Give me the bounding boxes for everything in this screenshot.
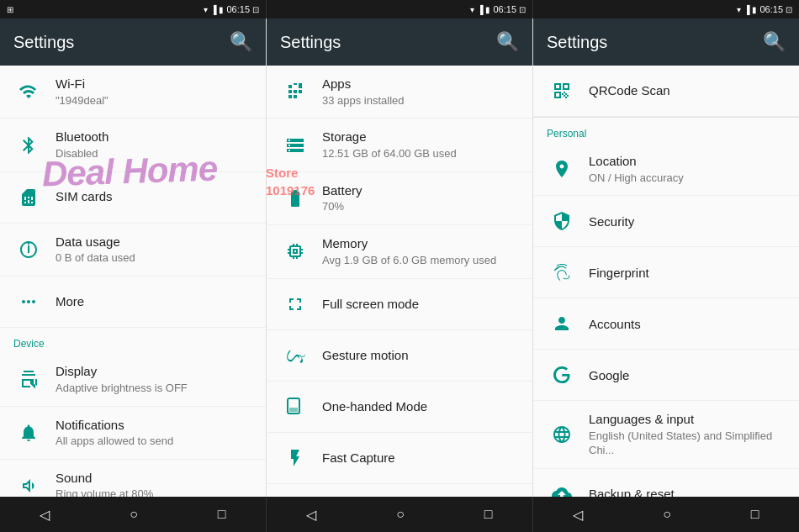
signal-icon-3: ▐: [743, 5, 749, 14]
back-button-3[interactable]: ◁: [559, 500, 596, 529]
accounts-icon: [547, 308, 577, 339]
wifi-status-icon-2: ▾: [470, 5, 474, 14]
back-button-1[interactable]: ◁: [26, 500, 63, 529]
home-button-3[interactable]: ○: [649, 500, 685, 529]
sound-text: Sound Ring volume at 80%: [56, 470, 252, 497]
fastcapture-icon: [280, 443, 310, 473]
panel-3: Settings 🔍 QRCode Scan Personal: [533, 18, 799, 497]
simcards-text: SIM cards: [56, 188, 252, 207]
storage-item[interactable]: Storage 12.51 GB of 64.00 GB used: [267, 119, 532, 171]
back-button-2[interactable]: ◁: [293, 500, 330, 529]
wifi-title: Wi-Fi: [56, 76, 252, 92]
onehanded-item[interactable]: One-handed Mode: [267, 382, 532, 433]
location-text: Location ON / High accuracy: [589, 153, 786, 185]
accounts-title: Accounts: [589, 316, 786, 333]
accounts-text: Accounts: [589, 316, 786, 333]
nav-bar-1: ◁ ○ □: [0, 497, 267, 532]
security-text: Security: [589, 213, 786, 230]
home-button-1[interactable]: ○: [116, 500, 151, 529]
nav-bar-3: ◁ ○ □: [533, 497, 799, 532]
recents-button-2[interactable]: □: [471, 500, 506, 529]
fullscreen-item[interactable]: Full screen mode: [267, 279, 532, 330]
recents-button-1[interactable]: □: [204, 500, 240, 529]
home-button-2[interactable]: ○: [383, 500, 418, 529]
storage-subtitle: 12.51 GB of 64.00 GB used: [322, 147, 519, 161]
datausage-text: Data usage 0 B of data used: [56, 234, 252, 266]
wifi-text: Wi-Fi "1949deal": [56, 76, 252, 108]
gesture-text: Gesture motion: [322, 347, 519, 364]
simcards-title: SIM cards: [56, 188, 252, 205]
notifications-icon: [13, 418, 44, 448]
google-text: Google: [589, 367, 786, 384]
google-item[interactable]: Google: [533, 350, 799, 401]
panel-1: Settings 🔍 Wi-Fi "1949deal": [0, 18, 267, 497]
datausage-subtitle: 0 B of data used: [56, 251, 252, 266]
wifi-subtitle: "1949deal": [56, 94, 252, 108]
battery-icon-1: ▮: [219, 5, 224, 14]
signal-icon-2: ▐: [477, 5, 483, 14]
languages-item[interactable]: Languages & input English (United States…: [533, 401, 799, 468]
wifi-icon: [13, 76, 44, 107]
status-bars: ⊞ ▾ ▐ ▮ 06:15 ⊡ ▾ ▐ ▮ 06:15 ⊡ ▾: [0, 0, 799, 18]
sound-subtitle: Ring volume at 80%: [56, 487, 252, 497]
bluetooth-text: Bluetooth Disabled: [56, 129, 252, 161]
more-icon: [13, 287, 44, 317]
sound-icon: [13, 471, 44, 497]
battery-icon-3: ▮: [752, 5, 757, 14]
display-icon: [13, 364, 44, 394]
qrcode-item[interactable]: QRCode Scan: [533, 66, 799, 117]
display-item[interactable]: Display Adaptive brightness is OFF: [0, 353, 266, 406]
search-icon-2[interactable]: 🔍: [496, 31, 519, 53]
data-icon: [13, 234, 44, 265]
fingerprint-item[interactable]: Fingerprint: [533, 247, 799, 298]
apps-icon: [280, 76, 310, 107]
notifications-subtitle: All apps allowed to send: [56, 435, 252, 449]
more-item[interactable]: More: [0, 277, 266, 328]
memory-subtitle: Avg 1.9 GB of 6.0 GB memory used: [322, 254, 519, 268]
status-bar-1: ⊞ ▾ ▐ ▮ 06:15 ⊡: [0, 0, 267, 18]
languages-text: Languages & input English (United States…: [589, 411, 786, 457]
bluetooth-title: Bluetooth: [56, 129, 252, 145]
battery-title: Battery: [322, 182, 519, 199]
bluetooth-item[interactable]: Bluetooth Disabled: [0, 119, 266, 171]
apps-item[interactable]: Apps 33 apps installed: [267, 66, 532, 119]
battery-icon: [280, 183, 310, 213]
onehanded-text: One-handed Mode: [322, 398, 519, 415]
search-icon-3[interactable]: 🔍: [763, 31, 786, 53]
memory-item[interactable]: Memory Avg 1.9 GB of 6.0 GB memory used: [267, 225, 532, 278]
fingerprint-title: Fingerprint: [589, 265, 786, 282]
fastcapture-item[interactable]: Fast Capture: [267, 433, 532, 484]
accounts-item[interactable]: Accounts: [533, 298, 799, 350]
security-item[interactable]: Security: [533, 196, 799, 247]
location-item[interactable]: Location ON / High accuracy: [533, 143, 799, 196]
google-title: Google: [589, 367, 786, 384]
settings-list-2: Apps 33 apps installed Storage 12.51 GB …: [267, 66, 532, 497]
memory-title: Memory: [322, 235, 519, 252]
backup-item[interactable]: Backup & reset: [533, 469, 799, 497]
notifications-title: Notifications: [56, 417, 252, 434]
onehanded-icon: [280, 392, 310, 422]
security-title: Security: [589, 213, 786, 230]
toolbar-3: Settings 🔍: [533, 18, 799, 66]
device-section-header: Device: [0, 328, 266, 353]
search-icon-1[interactable]: 🔍: [230, 31, 252, 53]
gesture-item[interactable]: Gesture motion: [267, 330, 532, 382]
apps-text: Apps 33 apps installed: [322, 76, 519, 108]
signal-icon-1: ▐: [210, 5, 216, 14]
datausage-item[interactable]: Data usage 0 B of data used: [0, 224, 266, 277]
simcards-item[interactable]: SIM cards: [0, 172, 266, 224]
fullscreen-title: Full screen mode: [322, 296, 519, 313]
panel-3-title: Settings: [547, 33, 607, 52]
fingerprint-icon: [547, 257, 577, 287]
status-time-1: 06:15: [226, 4, 250, 14]
battery-item[interactable]: Battery 70%: [267, 172, 532, 225]
fullscreen-icon: [280, 289, 310, 319]
settings-list-1: Wi-Fi "1949deal" Bluetooth Disabled: [0, 66, 266, 497]
wifi-item[interactable]: Wi-Fi "1949deal": [0, 66, 266, 119]
recents-button-3[interactable]: □: [738, 500, 773, 529]
sound-item[interactable]: Sound Ring volume at 80%: [0, 460, 266, 497]
display-subtitle: Adaptive brightness is OFF: [56, 382, 252, 396]
status-time-2: 06:15: [493, 4, 516, 14]
notifications-item[interactable]: Notifications All apps allowed to send: [0, 407, 266, 460]
wifi-status-icon-1: ▾: [204, 5, 208, 14]
